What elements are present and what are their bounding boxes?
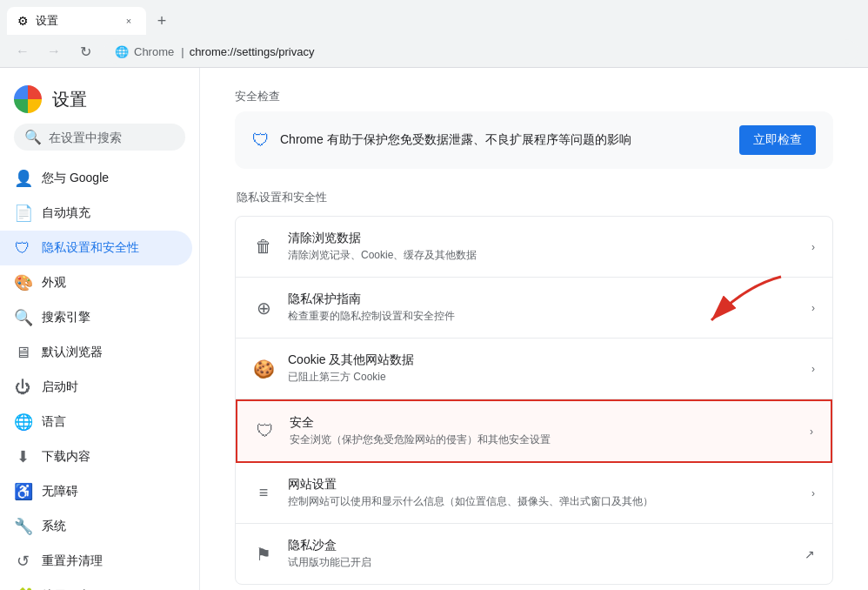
tab-close-button[interactable]: × <box>122 14 136 28</box>
search-container: 🔍 <box>0 124 199 161</box>
sidebar-label-browser: 默认浏览器 <box>42 345 103 360</box>
sidebar-label-startup: 启动时 <box>42 379 78 395</box>
main-content: 安全检查 🛡 Chrome 有助于保护您免受数据泄露、不良扩展程序等问题的影响 … <box>200 68 868 590</box>
check-now-button[interactable]: 立即检查 <box>739 125 816 155</box>
safety-check-label: 安全检查 <box>235 89 833 104</box>
sandbox-text: 隐私沙盒 试用版功能已开启 <box>288 538 791 570</box>
search-input[interactable] <box>49 131 175 144</box>
search-box[interactable]: 🔍 <box>14 124 185 151</box>
sandbox-title: 隐私沙盒 <box>288 538 791 553</box>
address-site-name: Chrome <box>134 45 174 58</box>
clear-browsing-title: 清除浏览数据 <box>288 231 798 246</box>
trash-icon: 🗑 <box>253 237 274 257</box>
sidebar-item-system[interactable]: 🔧 系统 <box>0 509 192 544</box>
browser-chrome: ⚙ 设置 × + ← → ↻ 🌐 Chrome | chrome://setti… <box>0 0 868 68</box>
safety-check-card: 🛡 Chrome 有助于保护您免受数据泄露、不良扩展程序等问题的影响 立即检查 <box>235 111 833 169</box>
site-settings-text: 网站设置 控制网站可以使用和显示什么信息（如位置信息、摄像头、弹出式窗口及其他） <box>288 477 798 509</box>
sidebar: 设置 🔍 👤 您与 Google 📄 自动填充 🛡 隐私设置和安全性 🎨 外观 … <box>0 68 200 590</box>
app-container: 设置 🔍 👤 您与 Google 📄 自动填充 🛡 隐私设置和安全性 🎨 外观 … <box>0 68 868 590</box>
accessibility-icon: ♿ <box>14 482 31 501</box>
cookies-subtitle: 已阻止第三方 Cookie <box>288 370 798 385</box>
security-title: 安全 <box>290 415 796 431</box>
sidebar-item-autofill[interactable]: 📄 自动填充 <box>0 196 192 231</box>
cookie-icon: 🍪 <box>253 359 274 379</box>
site-settings-item[interactable]: ≡ 网站设置 控制网站可以使用和显示什么信息（如位置信息、摄像头、弹出式窗口及其… <box>236 463 832 524</box>
sidebar-label-search: 搜索引擎 <box>42 310 90 325</box>
back-button[interactable]: ← <box>10 39 35 64</box>
sidebar-label-accessibility: 无障碍 <box>42 484 78 499</box>
sidebar-label-privacy: 隐私设置和安全性 <box>42 240 139 256</box>
sandbox-subtitle: 试用版功能已开启 <box>288 555 791 570</box>
cookies-title: Cookie 及其他网站数据 <box>288 352 798 368</box>
site-settings-title: 网站设置 <box>288 477 798 493</box>
privacy-guide-title: 隐私保护指南 <box>288 292 798 307</box>
search-icon: 🔍 <box>24 129 42 145</box>
sidebar-item-search[interactable]: 🔍 搜索引擎 <box>0 300 192 335</box>
site-settings-subtitle: 控制网站可以使用和显示什么信息（如位置信息、摄像头、弹出式窗口及其他） <box>288 494 798 509</box>
sidebar-item-reset[interactable]: ↺ 重置并清理 <box>0 544 192 579</box>
sidebar-label-system: 系统 <box>42 519 66 534</box>
google-icon: 👤 <box>14 169 31 188</box>
sidebar-item-extensions[interactable]: 🧩 扩展程序 ↗ <box>0 579 192 590</box>
sidebar-title: 设置 <box>52 88 87 111</box>
cookies-arrow: › <box>811 363 815 375</box>
sidebar-label-appearance: 外观 <box>42 275 66 291</box>
sidebar-item-privacy[interactable]: 🛡 隐私设置和安全性 <box>0 231 192 265</box>
safety-check-text: Chrome 有助于保护您免受数据泄露、不良扩展程序等问题的影响 <box>280 132 729 148</box>
clear-browsing-text: 清除浏览数据 清除浏览记录、Cookie、缓存及其他数据 <box>288 231 798 263</box>
sandbox-item[interactable]: ⚑ 隐私沙盒 试用版功能已开启 ↗ <box>236 524 832 584</box>
language-icon: 🌐 <box>14 412 31 432</box>
security-icon: 🛡 <box>255 421 276 441</box>
sandbox-icon: ⚑ <box>253 544 274 565</box>
address-separator: | <box>181 45 184 58</box>
sidebar-label-google: 您与 Google <box>42 171 109 186</box>
reload-button[interactable]: ↻ <box>73 39 97 64</box>
privacy-section-title: 隐私设置和安全性 <box>235 190 833 205</box>
cookies-item[interactable]: 🍪 Cookie 及其他网站数据 已阻止第三方 Cookie › <box>236 339 832 399</box>
search-engine-icon: 🔍 <box>14 308 31 327</box>
sidebar-label-autofill: 自动填充 <box>42 205 90 221</box>
tab-title: 设置 <box>36 13 115 29</box>
cookies-text: Cookie 及其他网站数据 已阻止第三方 Cookie <box>288 352 798 385</box>
reset-icon: ↺ <box>14 552 31 571</box>
address-bar[interactable]: 🌐 Chrome | chrome://settings/privacy <box>104 39 858 64</box>
sidebar-header: 设置 <box>0 68 199 124</box>
extensions-icon: 🧩 <box>14 587 31 590</box>
sidebar-label-language: 语言 <box>42 414 66 430</box>
security-subtitle: 安全浏览（保护您免受危险网站的侵害）和其他安全设置 <box>290 432 796 447</box>
tab-bar: ⚙ 设置 × + <box>0 0 868 35</box>
chrome-logo <box>14 85 42 113</box>
sidebar-item-startup[interactable]: ⏻ 启动时 <box>0 370 192 405</box>
sidebar-item-language[interactable]: 🌐 语言 <box>0 405 192 439</box>
site-settings-arrow: › <box>811 487 815 499</box>
lock-icon: 🌐 <box>115 45 129 58</box>
download-icon: ⬇ <box>14 447 31 466</box>
sidebar-label-downloads: 下载内容 <box>42 449 90 465</box>
privacy-guide-arrow: › <box>811 302 815 314</box>
forward-button[interactable]: → <box>42 39 66 64</box>
browser-icon: 🖥 <box>14 344 31 362</box>
privacy-guide-item[interactable]: ⊕ 隐私保护指南 检查重要的隐私控制设置和安全控件 › <box>236 278 832 339</box>
sandbox-external-icon: ↗ <box>805 547 815 561</box>
privacy-guide-text: 隐私保护指南 检查重要的隐私控制设置和安全控件 <box>288 292 798 324</box>
sidebar-label-reset: 重置并清理 <box>42 553 103 569</box>
clear-browsing-item[interactable]: 🗑 清除浏览数据 清除浏览记录、Cookie、缓存及其他数据 › <box>236 217 832 278</box>
sidebar-item-downloads[interactable]: ⬇ 下载内容 <box>0 439 192 474</box>
tab-settings-icon: ⚙ <box>17 14 29 28</box>
startup-icon: ⏻ <box>14 379 31 397</box>
sidebar-item-google[interactable]: 👤 您与 Google <box>0 161 192 196</box>
address-url: chrome://settings/privacy <box>190 45 315 58</box>
security-item[interactable]: 🛡 安全 安全浏览（保护您免受危险网站的侵害）和其他安全设置 › <box>236 399 832 463</box>
sidebar-item-accessibility[interactable]: ♿ 无障碍 <box>0 474 192 509</box>
new-tab-button[interactable]: + <box>150 9 174 33</box>
site-settings-icon: ≡ <box>253 484 274 502</box>
nav-bar: ← → ↻ 🌐 Chrome | chrome://settings/priva… <box>0 35 868 68</box>
privacy-icon: 🛡 <box>14 239 31 258</box>
clear-browsing-subtitle: 清除浏览记录、Cookie、缓存及其他数据 <box>288 248 798 263</box>
active-tab[interactable]: ⚙ 设置 × <box>7 7 146 35</box>
privacy-settings-group: 🗑 清除浏览数据 清除浏览记录、Cookie、缓存及其他数据 › ⊕ 隐私保护指… <box>235 216 833 585</box>
sidebar-item-appearance[interactable]: 🎨 外观 <box>0 265 192 300</box>
privacy-guide-subtitle: 检查重要的隐私控制设置和安全控件 <box>288 309 798 324</box>
security-text: 安全 安全浏览（保护您免受危险网站的侵害）和其他安全设置 <box>290 415 796 447</box>
sidebar-item-default-browser[interactable]: 🖥 默认浏览器 <box>0 335 192 370</box>
